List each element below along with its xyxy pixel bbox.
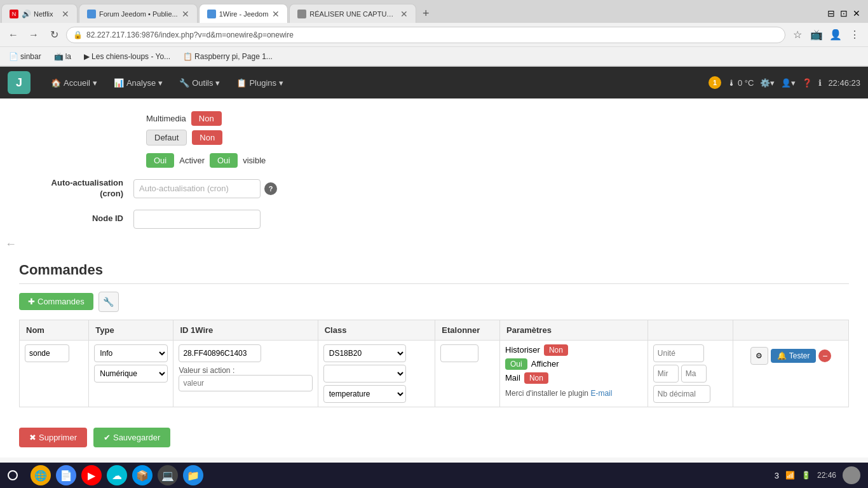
row-settings-button[interactable]: ⚙ xyxy=(750,347,768,365)
info-icon[interactable]: ℹ xyxy=(818,78,822,88)
bottom-actions: ✖ Supprimer ✔ Sauvegarder xyxy=(0,417,868,458)
nb-decimal-input[interactable] xyxy=(653,385,710,403)
email-link[interactable]: E-mail xyxy=(590,389,612,398)
mir-input[interactable] xyxy=(653,365,679,383)
defaut-button[interactable]: Defaut xyxy=(146,130,187,146)
nav-accueil[interactable]: 🏠 Accueil ▾ xyxy=(43,74,105,92)
tab-favicon-1wire xyxy=(207,10,216,18)
auto-actualisation-row: Auto-actualisation (cron) ? xyxy=(19,178,849,200)
multimedia-non-button[interactable]: Non xyxy=(191,111,222,126)
tab-capture[interactable]: RÉALISER UNE CAPTUR... ✕ xyxy=(289,4,416,23)
bookmark-star[interactable]: ☆ xyxy=(789,27,806,43)
tab-title-capture: RÉALISER UNE CAPTUR... xyxy=(309,10,397,18)
type-sub-select[interactable]: Numérique Binaire Autre xyxy=(94,365,168,383)
settings-dropdown[interactable]: ⚙️▾ xyxy=(760,78,775,88)
nav-accueil-label: Accueil xyxy=(64,78,90,88)
tab-close-netflix[interactable]: ✕ xyxy=(62,10,69,18)
window-restore[interactable]: ⊡ xyxy=(840,8,848,18)
col-type: Type xyxy=(89,320,173,340)
historiser-non-button[interactable]: Non xyxy=(544,344,568,356)
bookmarks-bar: 📄 sinbar 📺 la ▶ Les chiens-loups - Yo...… xyxy=(0,47,868,66)
nav-outils[interactable]: 🔧 Outils ▾ xyxy=(172,74,227,92)
nav-analyse[interactable]: 📊 Analyse ▾ xyxy=(106,74,170,92)
class-main-select[interactable]: DS18B20 xyxy=(323,344,406,362)
cell-etalonner xyxy=(435,340,500,407)
browser-actions: ☆ 📺 👤 ⋮ xyxy=(789,27,863,43)
auto-actualisation-input[interactable] xyxy=(133,179,261,198)
check-icon: ✔ xyxy=(104,433,111,442)
back-button[interactable]: ← xyxy=(5,27,22,43)
refresh-button[interactable]: ↻ xyxy=(46,27,62,43)
tab-audio-icon: 🔊 xyxy=(22,10,31,18)
forward-button[interactable]: → xyxy=(25,27,42,43)
bookmark-la[interactable]: 📺 la xyxy=(50,51,75,62)
temperature-display: 🌡 0 °C xyxy=(728,78,754,88)
tab-title-netflix: Netflix xyxy=(34,10,58,18)
tab-netflix[interactable]: N 🔊 Netflix ✕ xyxy=(1,4,78,23)
class-sub-select[interactable] xyxy=(323,365,406,383)
nav-items: 🏠 Accueil ▾ 📊 Analyse ▾ 🔧 Outils ▾ 📋 Plu… xyxy=(43,74,709,92)
cast-button[interactable]: 📺 xyxy=(808,27,825,43)
bookmark-sinbar[interactable]: 📄 sinbar xyxy=(5,51,45,62)
tab-close-forum[interactable]: ✕ xyxy=(182,10,189,18)
mail-non-button[interactable]: Non xyxy=(524,372,548,384)
activer-oui-button[interactable]: Oui xyxy=(146,153,174,168)
table-body: Info Action Numérique Binaire Autre xyxy=(20,340,849,407)
col-nom: Nom xyxy=(20,320,89,340)
menu-button[interactable]: ⋮ xyxy=(846,27,863,43)
class-sub2-select[interactable]: temperature xyxy=(323,385,406,403)
tab-favicon-netflix: N xyxy=(10,10,18,18)
notification-badge[interactable]: 1 xyxy=(709,76,721,89)
home-icon: 🏠 xyxy=(51,78,61,88)
supprimer-button[interactable]: ✖ Supprimer xyxy=(19,428,87,447)
visible-oui-button[interactable]: Oui xyxy=(210,153,238,168)
address-bar[interactable]: 🔒 82.227.217.136:9876/index.php?v=d&m=on… xyxy=(66,27,785,43)
multimedia-row: Multimedia Non xyxy=(146,111,849,126)
user-dropdown[interactable]: 👤▾ xyxy=(781,78,796,88)
nom-input[interactable] xyxy=(25,344,69,362)
jeedom-logo: J xyxy=(8,71,31,94)
historiser-label: Historiser xyxy=(505,345,540,355)
col-parametres: Paramètres xyxy=(500,320,648,340)
remove-row-button[interactable]: − xyxy=(818,349,831,362)
outils-icon: 🔧 xyxy=(179,78,189,88)
default-non-button[interactable]: Non xyxy=(192,130,222,145)
commandes-section: Commandes ✚ Commandes 🔧 Nom Type ID 1Wir… xyxy=(0,252,868,417)
wrench-button[interactable]: 🔧 xyxy=(98,292,119,312)
add-commandes-button[interactable]: ✚ Commandes xyxy=(19,293,93,310)
tab-close-capture[interactable]: ✕ xyxy=(400,10,408,18)
valeur-label: Valeur si action : xyxy=(179,366,234,375)
tab-close-1wire[interactable]: ✕ xyxy=(272,10,280,18)
tab-1wire[interactable]: 1Wire - Jeedom ✕ xyxy=(199,4,288,23)
supprimer-label: Supprimer xyxy=(39,433,77,442)
auto-actualisation-help[interactable]: ? xyxy=(264,182,277,195)
sauvegarder-button[interactable]: ✔ Sauvegarder xyxy=(93,428,170,447)
id1wire-input[interactable] xyxy=(179,344,261,362)
ma-input[interactable] xyxy=(681,365,707,383)
valeur-input[interactable] xyxy=(179,375,312,391)
bookmark-chiens[interactable]: ▶ Les chiens-loups - Yo... xyxy=(80,51,174,62)
left-scroll-arrow[interactable]: ← xyxy=(5,238,17,251)
nav-plugins[interactable]: 📋 Plugins ▾ xyxy=(229,74,291,92)
tester-button[interactable]: 🔔 Tester xyxy=(771,349,817,363)
help-icon[interactable]: ❓ xyxy=(802,78,812,88)
thermometer-icon: 🌡 xyxy=(728,78,736,88)
afficher-oui-button[interactable]: Oui xyxy=(505,358,527,370)
new-tab-button[interactable]: + xyxy=(416,4,435,23)
unite-input[interactable] xyxy=(653,344,704,362)
profile-button[interactable]: 👤 xyxy=(827,27,844,43)
window-close[interactable]: ✕ xyxy=(853,8,860,18)
tab-forum[interactable]: Forum Jeedom • Publie... ✕ xyxy=(79,4,198,23)
bookmark-raspberry[interactable]: 📋 Raspberry pi, Page 1... xyxy=(179,51,276,62)
table-row: Info Action Numérique Binaire Autre xyxy=(20,340,849,407)
window-minimize[interactable]: ⊟ xyxy=(827,8,835,18)
tester-label: Tester xyxy=(789,351,810,360)
bookmark-icon-raspberry: 📋 xyxy=(183,52,193,61)
node-id-input[interactable] xyxy=(133,210,261,229)
commandes-toolbar: ✚ Commandes 🔧 xyxy=(19,292,849,312)
type-select[interactable]: Info Action xyxy=(94,344,168,362)
etalonner-input[interactable] xyxy=(440,344,478,362)
navbar-brand[interactable]: J xyxy=(8,71,31,94)
cell-nom xyxy=(20,340,89,407)
trash-icon: ✖ xyxy=(29,433,36,442)
